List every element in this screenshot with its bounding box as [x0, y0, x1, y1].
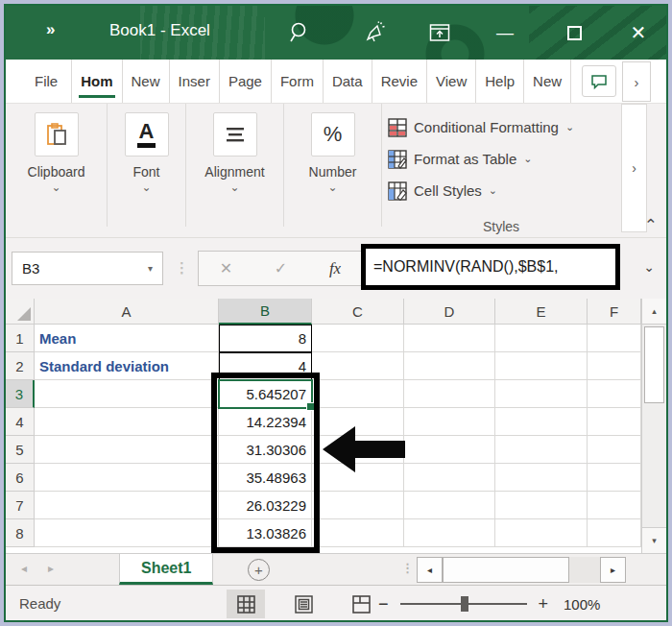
clipboard-group[interactable]: Clipboard ⌄	[6, 104, 108, 227]
column-header-c[interactable]: C	[312, 299, 404, 325]
cell-d4[interactable]	[404, 408, 495, 436]
number-button[interactable]: %	[311, 112, 355, 156]
cell-e8[interactable]	[495, 519, 588, 547]
formula-bar-separator[interactable]: ⋮	[175, 259, 189, 277]
tab-new-10[interactable]: New	[524, 60, 571, 103]
cell-f2[interactable]	[588, 352, 641, 380]
row-header-1[interactable]: 1	[6, 325, 35, 352]
number-group[interactable]: % Number ⌄	[284, 104, 382, 227]
cell-c1[interactable]	[312, 325, 404, 352]
cell-b1[interactable]: 8	[219, 325, 312, 352]
cell-f5[interactable]	[588, 436, 641, 464]
sheetbar-separator[interactable]: ⋮	[401, 561, 414, 575]
name-box-dropdown-icon[interactable]: ▾	[148, 263, 153, 274]
font-button[interactable]: A	[125, 112, 169, 156]
coming-soon-megaphone-icon[interactable]	[361, 19, 388, 46]
cell-f1[interactable]	[588, 325, 641, 352]
close-button[interactable]: ✕	[625, 19, 652, 46]
cell-c8[interactable]	[312, 519, 404, 547]
cell-e4[interactable]	[495, 408, 588, 436]
cancel-icon[interactable]: ✕	[220, 259, 232, 277]
tab-page-4[interactable]: Page	[220, 60, 272, 103]
cell-f4[interactable]	[588, 408, 641, 436]
cell-f7[interactable]	[588, 492, 641, 519]
vertical-scroll-thumb[interactable]	[644, 326, 664, 403]
conditional-formatting-button[interactable]: Conditional Formatting ⌄	[388, 111, 574, 143]
cell-c3[interactable]	[312, 380, 404, 408]
more-tabs-button[interactable]: ›	[622, 61, 651, 102]
cell-c7[interactable]	[312, 492, 404, 519]
new-sheet-button[interactable]: +	[248, 559, 270, 581]
zoom-in-icon[interactable]: +	[539, 594, 549, 614]
next-sheet-icon[interactable]: ▸	[48, 562, 75, 575]
alignment-chevron-icon[interactable]: ⌄	[229, 181, 239, 194]
font-chevron-icon[interactable]: ⌄	[141, 181, 151, 194]
quick-access-more-button[interactable]: »	[46, 20, 56, 39]
cell-a6[interactable]	[35, 464, 219, 492]
cell-d5[interactable]	[404, 436, 495, 464]
insert-function-icon[interactable]: fx	[329, 259, 341, 278]
sheet-nav-arrows[interactable]: ◂▸	[21, 562, 75, 575]
prev-sheet-icon[interactable]: ◂	[21, 562, 48, 575]
column-header-b[interactable]: B	[219, 299, 312, 325]
cell-e5[interactable]	[495, 436, 588, 464]
zoom-slider[interactable]	[400, 603, 527, 605]
horizontal-scrollbar[interactable]: ◂ ▸	[417, 557, 626, 583]
search-icon[interactable]	[286, 19, 313, 46]
row-header-6[interactable]: 6	[6, 464, 35, 492]
cell-styles-button[interactable]: Cell Styles ⌄	[388, 175, 574, 206]
clipboard-chevron-icon[interactable]: ⌄	[51, 181, 60, 194]
tab-file-0[interactable]: File	[21, 60, 72, 103]
tab-help-9[interactable]: Help	[476, 60, 524, 103]
comments-button[interactable]	[582, 65, 616, 97]
scroll-right-icon[interactable]: ▸	[600, 557, 626, 583]
enter-icon[interactable]: ✓	[275, 259, 287, 277]
tab-revie-7[interactable]: Revie	[372, 60, 427, 103]
name-box[interactable]: B3 ▾	[12, 252, 163, 285]
cell-e6[interactable]	[495, 464, 588, 492]
row-header-2[interactable]: 2	[6, 352, 35, 380]
cell-a1[interactable]: Mean	[35, 325, 219, 352]
tab-view-8[interactable]: View	[427, 60, 476, 103]
cell-d6[interactable]	[404, 464, 495, 492]
cell-f3[interactable]	[588, 380, 641, 408]
zoom-slider-thumb[interactable]	[461, 596, 468, 612]
cell-a7[interactable]	[35, 492, 219, 519]
minimize-button[interactable]: —	[492, 19, 518, 46]
sheet-tab-sheet1[interactable]: Sheet1	[119, 554, 213, 585]
tab-inser-3[interactable]: Inser	[170, 60, 220, 103]
zoom-level[interactable]: 100%	[564, 596, 600, 613]
horizontal-scroll-thumb[interactable]	[443, 557, 569, 583]
clipboard-button[interactable]	[35, 112, 79, 156]
number-chevron-icon[interactable]: ⌄	[327, 181, 337, 194]
column-header-f[interactable]: F	[588, 299, 641, 325]
alignment-button[interactable]	[213, 112, 257, 156]
cell-d8[interactable]	[404, 519, 495, 547]
tab-data-6[interactable]: Data	[324, 60, 372, 103]
column-header-a[interactable]: A	[35, 299, 219, 325]
cell-f8[interactable]	[588, 519, 641, 547]
cell-e1[interactable]	[495, 325, 588, 352]
scroll-left-icon[interactable]: ◂	[417, 557, 443, 583]
cell-d2[interactable]	[404, 352, 495, 380]
maximize-button[interactable]	[561, 19, 588, 46]
row-header-5[interactable]: 5	[6, 436, 35, 464]
row-header-4[interactable]: 4	[6, 408, 35, 436]
cell-a3[interactable]	[35, 380, 219, 408]
scroll-up-icon[interactable]: ▴	[642, 299, 666, 325]
cell-a4[interactable]	[35, 408, 219, 436]
select-all-corner[interactable]	[6, 299, 35, 325]
cell-e7[interactable]	[495, 492, 588, 519]
cell-a2[interactable]: Standard deviation	[35, 352, 219, 380]
ribbon-display-options-icon[interactable]	[426, 19, 453, 46]
cell-d1[interactable]	[404, 325, 495, 352]
font-group[interactable]: A Font ⌄	[108, 104, 186, 227]
cell-e3[interactable]	[495, 380, 588, 408]
cell-a8[interactable]	[35, 519, 219, 547]
cell-e2[interactable]	[495, 352, 588, 380]
cell-a5[interactable]	[35, 436, 219, 464]
page-break-preview-button[interactable]	[342, 590, 380, 618]
worksheet-grid[interactable]: ABCDEF1Mean82Standard deviation435.64520…	[6, 299, 666, 553]
normal-view-button[interactable]	[227, 590, 265, 618]
cells-area[interactable]: ABCDEF1Mean82Standard deviation435.64520…	[6, 299, 641, 547]
